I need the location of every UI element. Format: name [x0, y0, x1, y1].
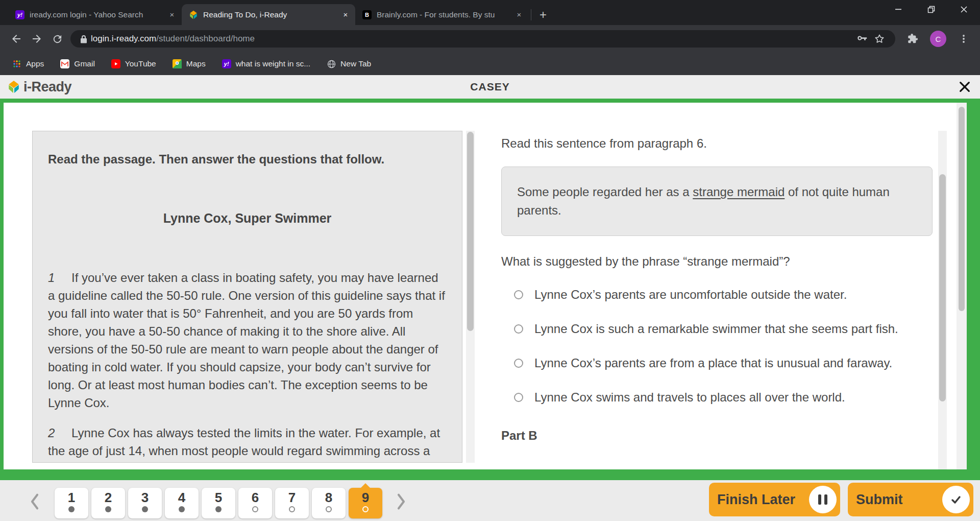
maps-icon — [173, 59, 182, 68]
tab-brainly[interactable]: B Brainly.com - For students. By stu × — [355, 4, 529, 25]
option-label: Lynne Cox’s parents are from a place tha… — [534, 354, 892, 372]
question-lead: Read this sentence from paragraph 6. — [501, 135, 938, 152]
question-scrollbar-thumb[interactable] — [939, 174, 946, 401]
window-close-button[interactable] — [947, 0, 980, 18]
reload-button[interactable] — [47, 29, 67, 49]
tab-separator — [531, 9, 531, 20]
question-button-4[interactable]: 4 — [165, 488, 199, 518]
address-bar[interactable]: login.i-ready.com/student/dashboard/home — [70, 30, 895, 48]
bookmarks-bar: Apps Gmail YouTube Maps y! what is weigh… — [0, 53, 980, 75]
page-scrollbar-track[interactable] — [957, 103, 967, 469]
bookmark-gmail[interactable]: Gmail — [60, 59, 94, 68]
tab-title: Brainly.com - For students. By stu — [377, 10, 508, 19]
question-button-9-current[interactable]: 9 — [349, 488, 382, 518]
close-icon[interactable]: × — [166, 9, 178, 20]
lesson-frame: Read the passage. Then answer the questi… — [0, 99, 980, 480]
paragraph-text: If you’ve ever taken a class in boating … — [48, 271, 445, 410]
option-label: Lynne Cox swims and travels to places al… — [534, 388, 845, 406]
question-panel: Read this sentence from paragraph 6. Som… — [498, 131, 938, 469]
question-button-8[interactable]: 8 — [312, 488, 346, 518]
brainly-icon: B — [362, 10, 372, 19]
iready-header: i-Ready CASEY — [0, 75, 980, 99]
passage-title: Lynne Cox, Super Swimmer — [48, 211, 447, 226]
url-host: login.i-ready.com — [91, 34, 156, 44]
extensions-puzzle-icon[interactable] — [902, 29, 923, 49]
bookmark-star-icon[interactable] — [871, 29, 888, 49]
answered-dot — [179, 506, 185, 512]
lesson-content: Read the passage. Then answer the questi… — [4, 103, 967, 469]
answered-dot — [105, 506, 111, 512]
passage-paragraph-2: 2Lynne Cox has always tested the limits … — [48, 424, 447, 463]
forward-button[interactable] — [27, 29, 47, 49]
finish-later-button[interactable]: Finish Later — [709, 483, 840, 516]
answer-option-2[interactable]: Lynne Cox is such a remarkable swimmer t… — [514, 320, 938, 338]
back-button[interactable] — [6, 29, 27, 49]
passage-scrollbar-thumb[interactable] — [467, 132, 474, 331]
passage-instruction: Read the passage. Then answer the questi… — [48, 151, 447, 168]
next-question-chevron[interactable] — [395, 492, 407, 511]
radio-button[interactable] — [514, 359, 523, 368]
answer-option-4[interactable]: Lynne Cox swims and travels to places al… — [514, 388, 938, 406]
answer-option-1[interactable]: Lynne Cox’s parents are uncomfortable ou… — [514, 286, 938, 303]
close-icon[interactable]: × — [513, 9, 525, 20]
profile-avatar[interactable]: C — [930, 31, 946, 47]
iready-icon — [189, 10, 198, 19]
quote-underlined-phrase: strange mermaid — [693, 185, 785, 199]
radio-button[interactable] — [514, 290, 523, 299]
option-label: Lynne Cox’s parents are uncomfortable ou… — [534, 286, 847, 303]
youtube-icon — [111, 59, 120, 68]
paragraph-number: 2 — [48, 424, 71, 442]
answer-option-3[interactable]: Lynne Cox’s parents are from a place tha… — [514, 354, 938, 372]
browser-tab-bar: y! iready.com login - Yahoo Search × Rea… — [0, 0, 980, 25]
answer-options: Lynne Cox’s parents are uncomfortable ou… — [498, 286, 938, 406]
finish-later-label: Finish Later — [717, 492, 795, 508]
menu-dots-icon[interactable] — [953, 29, 974, 49]
bookmark-youtube[interactable]: YouTube — [111, 59, 156, 68]
paragraph-text: Lynne Cox has always tested the limits i… — [48, 426, 440, 463]
check-icon — [942, 486, 970, 513]
bookmark-label: New Tab — [340, 59, 371, 68]
bookmark-yahoo-weight[interactable]: y! what is weight in sc... — [222, 59, 310, 68]
window-minimize-button[interactable] — [882, 0, 915, 18]
radio-button[interactable] — [514, 393, 523, 402]
question-button-2[interactable]: 2 — [91, 488, 125, 518]
question-scrollbar-track[interactable] — [938, 131, 947, 469]
globe-icon — [327, 59, 336, 68]
key-icon[interactable] — [853, 29, 871, 49]
browser-toolbar: login.i-ready.com/student/dashboard/home… — [0, 25, 980, 53]
bookmark-apps[interactable]: Apps — [12, 59, 44, 68]
tab-iready-active[interactable]: Reading To Do, i-Ready × — [182, 4, 355, 25]
question-button-1[interactable]: 1 — [55, 488, 88, 518]
question-button-5[interactable]: 5 — [202, 488, 235, 518]
paragraph-number: 1 — [48, 269, 71, 287]
close-icon[interactable]: × — [340, 9, 351, 20]
lesson-close-button[interactable] — [958, 80, 972, 94]
bookmark-new-tab[interactable]: New Tab — [327, 59, 371, 68]
question-button-6[interactable]: 6 — [238, 488, 272, 518]
prev-question-chevron[interactable] — [29, 492, 41, 511]
option-label: Lynne Cox is such a remarkable swimmer t… — [534, 320, 898, 338]
bookmark-label: what is weight in sc... — [236, 59, 310, 68]
current-dot — [362, 506, 369, 512]
passage-scrollbar-track[interactable] — [466, 131, 475, 463]
tab-title: iready.com login - Yahoo Search — [30, 10, 161, 19]
quote-box: Some people regarded her as a strange me… — [501, 167, 933, 236]
lock-icon — [77, 29, 91, 49]
screen: y! iready.com login - Yahoo Search × Rea… — [0, 0, 980, 521]
bookmark-maps[interactable]: Maps — [173, 59, 206, 68]
unanswered-dot — [252, 506, 258, 512]
question-button-7[interactable]: 7 — [275, 488, 309, 518]
submit-label: Submit — [856, 492, 903, 508]
window-restore-button[interactable] — [915, 0, 947, 18]
page-scrollbar-thumb[interactable] — [959, 107, 965, 311]
passage-panel: Read the passage. Then answer the questi… — [32, 131, 462, 463]
question-button-3[interactable]: 3 — [128, 488, 162, 518]
new-tab-button[interactable]: + — [535, 7, 551, 22]
submit-button[interactable]: Submit — [848, 483, 973, 516]
tab-yahoo-search[interactable]: y! iready.com login - Yahoo Search × — [8, 4, 182, 25]
url-path: /student/dashboard/home — [156, 34, 255, 44]
student-name: CASEY — [0, 75, 980, 99]
yahoo-icon: y! — [222, 59, 231, 68]
apps-grid-icon — [12, 59, 21, 68]
radio-button[interactable] — [514, 324, 523, 334]
